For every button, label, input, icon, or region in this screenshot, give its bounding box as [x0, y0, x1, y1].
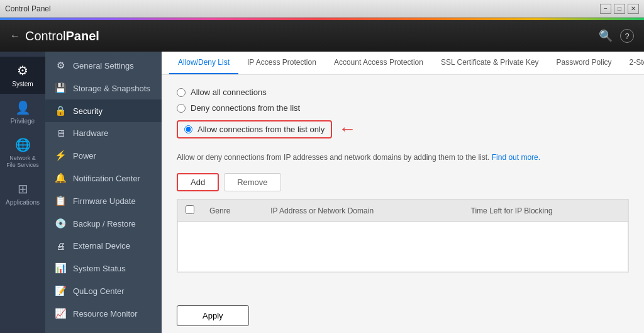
radio-allow-list-label: Allow connections from the list only	[197, 125, 325, 134]
sidebar-item-applications[interactable]: ⊞ Applications	[0, 175, 45, 212]
tab-sslcert[interactable]: SSL Certificate & Private Key	[432, 52, 548, 74]
storage-icon: 💾	[54, 82, 67, 94]
sidebar2-label-monitor: Resource Monitor	[73, 309, 138, 319]
radio-deny-list-input[interactable]	[177, 104, 186, 113]
sidebar2-label-external: External Device	[73, 241, 130, 251]
status-icon: 📊	[54, 262, 67, 274]
sidebar2-item-notification[interactable]: 🔔 Notification Center	[45, 167, 162, 189]
title-panel: Panel	[65, 29, 99, 43]
tab-twostep[interactable]: 2-Step Verification	[621, 52, 644, 74]
add-button[interactable]: Add	[177, 173, 219, 191]
app-header: ← ControlPanel 🔍 ?	[0, 20, 644, 52]
restore-button[interactable]: □	[614, 4, 625, 14]
find-out-more-link[interactable]: Find out more.	[492, 153, 540, 162]
sidebar2-label-qulog: QuLog Center	[73, 286, 125, 296]
back-button[interactable]: ←	[10, 30, 20, 42]
external-icon: 🖨	[54, 240, 67, 251]
sidebar2-item-status[interactable]: 📊 System Status	[45, 257, 162, 279]
sidebar2-item-external[interactable]: 🖨 External Device	[45, 235, 162, 257]
sidebar2-item-security[interactable]: 🔒 Security	[45, 99, 162, 122]
sidebar2-item-backup[interactable]: 💿 Backup / Restore	[45, 212, 162, 235]
table-body	[178, 222, 628, 272]
sidebar2-label-notification: Notification Center	[73, 174, 140, 183]
radio-allow-all-input[interactable]	[177, 88, 186, 97]
table-wrapper: Genre IP Address or Network Domain Time …	[177, 199, 629, 273]
general-settings-icon: ⚙	[54, 60, 67, 71]
header-icons: 🔍 ?	[599, 29, 634, 43]
sidebar-item-network[interactable]: 🌐 Network &File Services	[0, 131, 45, 175]
red-arrow-annotation: ←	[338, 119, 356, 139]
sidebar2-item-storage[interactable]: 💾 Storage & Snapshots	[45, 77, 162, 99]
sidebar2-label-storage: Storage & Snapshots	[73, 84, 150, 93]
close-button[interactable]: ✕	[628, 4, 639, 14]
sidebar2-label-general: General Settings	[73, 61, 134, 71]
qulog-icon: 📝	[54, 285, 67, 296]
select-all-checkbox[interactable]	[186, 205, 194, 214]
notification-icon: 🔔	[54, 172, 67, 184]
radio-deny-list-label: Deny connections from the list	[191, 103, 300, 113]
sidebar-item-privilege[interactable]: 👤 Privilege	[0, 94, 45, 131]
system-icon: ⚙	[17, 63, 28, 78]
app-container: ← ControlPanel 🔍 ? ⚙ System 👤 Privilege	[0, 20, 644, 333]
sidebar2-item-hardware[interactable]: 🖥 Hardware	[45, 122, 162, 144]
help-icon[interactable]: ?	[620, 29, 634, 43]
radio-allow-list-input[interactable]	[184, 125, 192, 133]
title-bar-controls: − □ ✕	[600, 4, 639, 14]
tab-ipaccess[interactable]: IP Access Protection	[238, 52, 325, 74]
sidebar2-label-backup: Backup / Restore	[73, 219, 136, 229]
sidebar-label-system: System	[12, 81, 33, 87]
th-time-left: Time Left for IP Blocking	[464, 200, 628, 222]
sidebar2-item-license[interactable]: 🏷 License Center	[45, 325, 162, 333]
sidebar2-label-firmware: Firmware Update	[73, 196, 136, 206]
main-content: Allow/Deny List IP Access Protection Acc…	[162, 52, 644, 333]
security-icon: 🔒	[54, 105, 67, 116]
remove-button[interactable]: Remove	[224, 173, 280, 191]
table-empty-row	[178, 222, 628, 272]
sidebar2-item-power[interactable]: ⚡ Power	[45, 144, 162, 167]
app-body: ⚙ System 👤 Privilege 🌐 Network &File Ser…	[0, 52, 644, 333]
radio-allow-all-label: Allow all connections	[191, 87, 267, 97]
sidebar2-label-status: System Status	[73, 264, 126, 273]
title-control: Control	[25, 29, 65, 43]
search-icon[interactable]: 🔍	[599, 29, 613, 43]
sidebar2-item-general[interactable]: ⚙ General Settings	[45, 54, 162, 77]
radio-group: Allow all connections Deny connections f…	[177, 87, 629, 139]
tab-allowdeny[interactable]: Allow/Deny List	[169, 52, 238, 74]
title-bar-text: Control Panel	[5, 4, 51, 13]
applications-icon: ⊞	[18, 181, 28, 196]
sidebar: ⚙ System 👤 Privilege 🌐 Network &File Ser…	[0, 52, 45, 333]
sidebar2-label-security: Security	[73, 106, 103, 116]
sidebar-label-applications: Applications	[6, 199, 40, 206]
sidebar2: ⚙ General Settings 💾 Storage & Snapshots…	[45, 52, 162, 333]
title-bar: Control Panel − □ ✕	[0, 0, 644, 18]
table-header: Genre IP Address or Network Domain Time …	[178, 200, 628, 222]
content-area: Allow all connections Deny connections f…	[162, 75, 644, 298]
tab-accountaccess[interactable]: Account Access Protection	[325, 52, 432, 74]
th-genre: Genre	[202, 200, 263, 222]
sidebar2-item-firmware[interactable]: 📋 Firmware Update	[45, 189, 162, 212]
tab-password[interactable]: Password Policy	[548, 52, 621, 74]
sidebar2-item-qulog[interactable]: 📝 QuLog Center	[45, 279, 162, 302]
sidebar2-label-power: Power	[73, 151, 96, 161]
minimize-button[interactable]: −	[600, 4, 611, 14]
monitor-icon: 📈	[54, 308, 67, 319]
th-checkbox	[178, 200, 203, 222]
data-table: Genre IP Address or Network Domain Time …	[177, 200, 628, 272]
sidebar2-item-monitor[interactable]: 📈 Resource Monitor	[45, 302, 162, 325]
radio-allow-all[interactable]: Allow all connections	[177, 87, 629, 97]
sidebar-label-network: Network &File Services	[6, 155, 39, 169]
apply-button[interactable]: Apply	[177, 305, 249, 326]
radio-highlight-box: Allow connections from the list only	[177, 120, 332, 138]
apply-section: Apply	[162, 298, 644, 333]
description-text: Allow or deny connections from IP addres…	[177, 152, 629, 163]
title-text: ControlPanel	[25, 29, 99, 43]
firmware-icon: 📋	[54, 195, 67, 206]
description-main: Allow or deny connections from IP addres…	[177, 153, 489, 162]
power-icon: ⚡	[54, 150, 67, 161]
license-icon: 🏷	[54, 330, 67, 333]
sidebar-label-privilege: Privilege	[11, 118, 35, 125]
tabs: Allow/Deny List IP Access Protection Acc…	[162, 52, 644, 75]
radio-deny-list[interactable]: Deny connections from the list	[177, 103, 629, 113]
sidebar-item-system[interactable]: ⚙ System	[0, 57, 45, 94]
network-icon: 🌐	[15, 137, 31, 152]
